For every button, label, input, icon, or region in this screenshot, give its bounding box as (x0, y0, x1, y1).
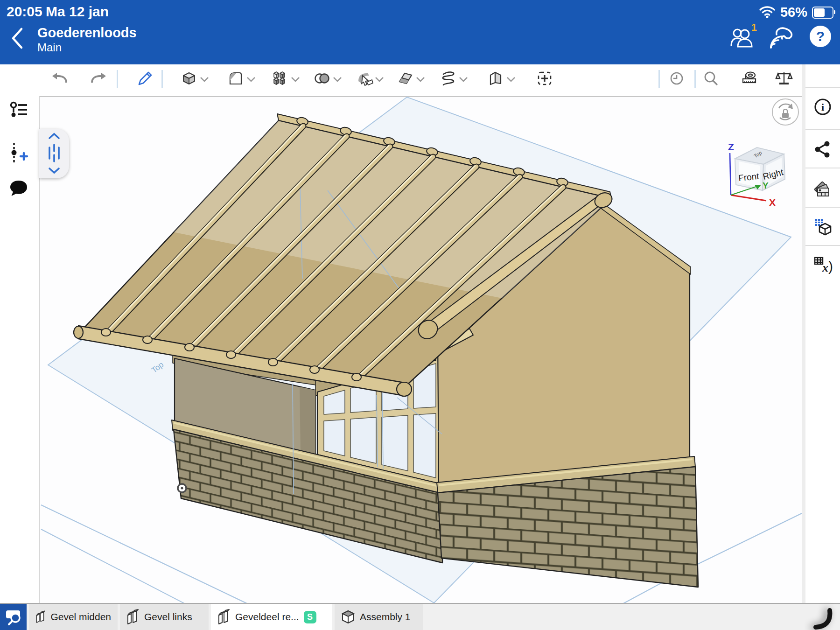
view-cube[interactable]: Front Right Top Z X Y (728, 141, 785, 208)
back-button[interactable] (9, 26, 28, 50)
extrude-body-icon (180, 69, 198, 88)
part-icon (126, 609, 140, 625)
chevron-left-icon (13, 29, 21, 48)
status-date: Ma 12 jan (46, 4, 109, 20)
header-actions: 1 ? (730, 24, 832, 50)
add-selection-icon (535, 69, 554, 88)
zoom-out-chevron[interactable] (49, 168, 59, 173)
right-rail: i x ) (805, 64, 840, 603)
boolean-icon (313, 69, 331, 88)
grid-cube-icon (812, 217, 833, 237)
part-icon (217, 609, 231, 625)
fold-icon (486, 69, 505, 88)
rotation-lock-button[interactable] (772, 99, 798, 125)
add-selection-button[interactable] (535, 69, 554, 88)
document-tab-bar: Gevel midden Gevel links Geveldeel re...… (0, 603, 840, 630)
toolbar-separator (658, 70, 660, 88)
workspace-subtitle: Main (37, 41, 62, 54)
transform-icon (355, 69, 373, 88)
svg-text:x: x (822, 261, 828, 274)
add-step-icon (8, 142, 29, 162)
scale-button[interactable] (775, 69, 793, 88)
pattern-tool-dropdown[interactable] (291, 76, 300, 81)
toolbar-separator (161, 70, 163, 88)
add-step-button[interactable] (8, 142, 29, 162)
search-icon (701, 69, 720, 88)
toolbar-separator (117, 70, 118, 88)
info-icon: i (813, 97, 833, 117)
sweep-tool-dropdown[interactable] (459, 76, 468, 81)
tab-assembly-1[interactable]: Assembly 1 (335, 604, 423, 630)
history-steps-button[interactable] (8, 101, 29, 121)
sync-badge: S (304, 611, 316, 623)
transform-tool-dropdown[interactable] (375, 76, 384, 81)
page-curl[interactable] (807, 603, 840, 630)
share-button[interactable] (805, 129, 840, 168)
axis-y-label: Y (763, 181, 769, 190)
fillet-tool-dropdown[interactable] (246, 76, 256, 81)
tab-label: Gevel links (144, 611, 192, 623)
appearance-button[interactable] (805, 168, 840, 207)
sketch-tool-button[interactable] (135, 69, 154, 88)
collaborators-count-badge: 1 (751, 21, 757, 34)
pattern-tool-button[interactable] (271, 69, 289, 88)
zoom-slider-widget[interactable] (39, 129, 69, 178)
split-tool-dropdown[interactable] (416, 76, 425, 81)
sweep-tool-button[interactable] (439, 69, 457, 88)
zoom-in-chevron[interactable] (49, 134, 59, 138)
boolean-tool-dropdown[interactable] (333, 76, 342, 81)
measure-button[interactable] (740, 69, 758, 88)
collaborators-button[interactable]: 1 (730, 24, 753, 50)
help-button[interactable]: ? (808, 24, 832, 50)
status-right: 56% (759, 5, 833, 20)
boolean-tool-button[interactable] (313, 69, 331, 88)
origin-marker[interactable] (178, 484, 186, 492)
fillet-tool-button[interactable] (226, 69, 245, 88)
undo-button[interactable] (51, 69, 70, 88)
tab-gevel-links[interactable]: Gevel links (120, 604, 209, 630)
status-time: 20:05 (7, 4, 42, 20)
part-icon (35, 609, 46, 625)
comment-icon (8, 178, 29, 199)
split-tool-button[interactable] (396, 69, 414, 88)
svg-text:i: i (821, 101, 824, 113)
body-tool-button[interactable] (180, 69, 198, 88)
modeling-toolbar (39, 64, 802, 96)
svg-text:?: ? (816, 28, 825, 44)
comments-button[interactable] (8, 178, 29, 199)
collaborators-icon (730, 24, 753, 49)
tab-geveldeel-re-active[interactable]: Geveldeel re... S (211, 604, 332, 630)
fold-tool-dropdown[interactable] (506, 76, 516, 81)
undo-icon (51, 69, 70, 88)
bom-button[interactable] (805, 207, 840, 246)
cast-icon (769, 24, 794, 49)
share-icon (813, 140, 833, 159)
header-bar: 20:05 Ma 12 jan 56% Goederenloods Main 1 (0, 0, 840, 64)
left-rail (0, 64, 39, 603)
fold-tool-button[interactable] (486, 69, 505, 88)
assembly-cube-icon (341, 609, 355, 624)
document-title: Goederenloods (37, 26, 137, 41)
model-search-button[interactable] (0, 604, 27, 630)
tab-label: Geveldeel re... (235, 611, 299, 623)
help-icon: ? (808, 24, 833, 49)
transform-tool-button[interactable] (355, 69, 373, 88)
variables-button[interactable]: x ) (805, 245, 840, 284)
appearance-swatches-icon (812, 178, 833, 197)
body-tool-dropdown[interactable] (200, 76, 209, 81)
redo-button[interactable] (89, 69, 107, 88)
split-icon (396, 69, 414, 88)
fillet-icon (226, 69, 245, 88)
sweep-coil-icon (439, 69, 457, 88)
battery-percent: 56% (780, 5, 807, 20)
tab-gevel-midden[interactable]: Gevel midden (29, 604, 118, 630)
info-button[interactable]: i (805, 87, 840, 126)
history-button[interactable] (667, 69, 686, 88)
axis-x-label: X (769, 197, 776, 208)
3d-viewport[interactable]: Top (39, 96, 802, 603)
balance-scale-icon (775, 69, 793, 88)
tab-label: Gevel midden (50, 611, 111, 623)
tab-label: Assembly 1 (360, 611, 411, 623)
search-button[interactable] (701, 69, 720, 88)
visualization-cast-button[interactable] (769, 24, 792, 50)
